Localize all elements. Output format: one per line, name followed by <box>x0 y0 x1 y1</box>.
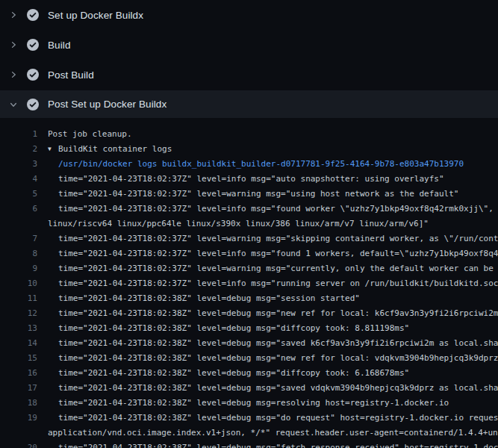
log-text: time="2021-04-23T18:02:38Z" level=debug … <box>37 321 409 336</box>
line-number[interactable]: 18 <box>0 396 37 411</box>
log-line: 14time="2021-04-23T18:02:38Z" level=debu… <box>0 336 498 351</box>
log-line: 3/usr/bin/docker logs buildx_buildkit_bu… <box>0 157 498 172</box>
log-line: 6time="2021-04-23T18:02:37Z" level=info … <box>0 202 498 217</box>
log-line: 16time="2021-04-23T18:02:38Z" level=debu… <box>0 366 498 381</box>
log-text: time="2021-04-23T18:02:37Z" level=warnin… <box>37 187 458 202</box>
log-line: 20time="2021-04-23T18:02:38Z" level=debu… <box>0 441 498 448</box>
log-text: time="2021-04-23T18:02:38Z" level=debug … <box>37 336 498 351</box>
log-text: time="2021-04-23T18:02:37Z" level=info m… <box>37 202 498 217</box>
line-number[interactable]: 3 <box>0 157 37 172</box>
log-line: 12time="2021-04-23T18:02:38Z" level=debu… <box>0 306 498 321</box>
line-number[interactable]: 13 <box>0 321 37 336</box>
line-number[interactable]: 7 <box>0 231 37 246</box>
step-label: Set up Docker Buildx <box>48 10 143 21</box>
log-line: 4time="2021-04-23T18:02:37Z" level=info … <box>0 172 498 187</box>
chevron-right-icon <box>7 9 19 21</box>
log-line: 11time="2021-04-23T18:02:38Z" level=debu… <box>0 291 498 306</box>
line-number[interactable]: 1 <box>0 127 37 142</box>
log-line: 1Post job cleanup. <box>0 127 498 142</box>
line-number[interactable]: 9 <box>0 261 37 276</box>
line-number[interactable]: 15 <box>0 351 37 366</box>
check-circle-icon <box>27 99 39 111</box>
check-circle-icon <box>27 9 39 21</box>
log-lines: 1Post job cleanup.2▼BuildKit container l… <box>0 127 498 448</box>
log-line-continuation: linux/riscv64 linux/ppc64le linux/s390x … <box>0 217 498 231</box>
log-line: 5time="2021-04-23T18:02:37Z" level=warni… <box>0 187 498 202</box>
line-number[interactable]: 17 <box>0 381 37 396</box>
log-text: application/vnd.oci.image.index.v1+json,… <box>37 426 498 441</box>
chevron-down-icon <box>7 99 19 111</box>
line-number[interactable]: 16 <box>0 366 37 381</box>
line-number[interactable]: 10 <box>0 276 37 291</box>
log-line: 18time="2021-04-23T18:02:38Z" level=debu… <box>0 396 498 411</box>
step-header-build[interactable]: Build <box>0 30 498 60</box>
steps-list: Set up Docker Buildx Build Post Build Po… <box>0 0 498 118</box>
check-circle-icon <box>27 39 39 51</box>
line-number[interactable]: 19 <box>0 411 37 426</box>
log-text: time="2021-04-23T18:02:37Z" level=warnin… <box>37 231 498 246</box>
log-line-continuation: application/vnd.oci.image.index.v1+json,… <box>0 426 498 441</box>
log-text: time="2021-04-23T18:02:37Z" level=info m… <box>37 246 498 261</box>
line-number[interactable]: 12 <box>0 306 37 321</box>
line-number[interactable]: 2 <box>0 142 37 157</box>
log-line: 8time="2021-04-23T18:02:37Z" level=info … <box>0 246 498 261</box>
log-text: time="2021-04-23T18:02:38Z" level=debug … <box>37 306 498 321</box>
step-header-post-set-up-docker-buildx[interactable]: Post Set up Docker Buildx <box>0 90 498 118</box>
log-text: linux/riscv64 linux/ppc64le linux/s390x … <box>37 217 429 231</box>
step-label: Post Build <box>48 69 94 81</box>
check-circle-icon <box>27 69 39 81</box>
line-number[interactable]: 20 <box>0 441 37 448</box>
log-line: 2▼BuildKit container logs <box>0 142 498 157</box>
step-header-post-build[interactable]: Post Build <box>0 60 498 90</box>
log-line: 15time="2021-04-23T18:02:38Z" level=debu… <box>0 351 498 366</box>
log-text: time="2021-04-23T18:02:37Z" level=info m… <box>37 276 498 291</box>
log-text: time="2021-04-23T18:02:38Z" level=debug … <box>37 411 498 426</box>
log-text: time="2021-04-23T18:02:38Z" level=debug … <box>37 366 409 381</box>
line-number[interactable]: 4 <box>0 172 37 187</box>
log-text: time="2021-04-23T18:02:38Z" level=debug … <box>37 441 498 448</box>
log-text: time="2021-04-23T18:02:38Z" level=debug … <box>37 291 360 306</box>
log-text: ▼BuildKit container logs <box>37 142 172 157</box>
log-text: Post job cleanup. <box>37 127 132 142</box>
group-toggle-icon[interactable]: ▼ <box>48 142 58 157</box>
log-line: 7time="2021-04-23T18:02:37Z" level=warni… <box>0 231 498 246</box>
step-header-set-up-docker-buildx[interactable]: Set up Docker Buildx <box>0 0 498 30</box>
log-text: time="2021-04-23T18:02:37Z" level=info m… <box>37 172 444 187</box>
line-number[interactable]: 8 <box>0 246 37 261</box>
line-number[interactable]: 14 <box>0 336 37 351</box>
log-line: 17time="2021-04-23T18:02:38Z" level=debu… <box>0 381 498 396</box>
step-label: Build <box>48 40 71 51</box>
log-line: 19time="2021-04-23T18:02:38Z" level=debu… <box>0 411 498 426</box>
log-line: 9time="2021-04-23T18:02:37Z" level=warni… <box>0 261 498 276</box>
log-area: 1Post job cleanup.2▼BuildKit container l… <box>0 118 498 448</box>
step-label: Post Set up Docker Buildx <box>48 99 166 110</box>
log-line: 10time="2021-04-23T18:02:37Z" level=info… <box>0 276 498 291</box>
chevron-right-icon <box>7 69 19 81</box>
log-command-text: /usr/bin/docker logs buildx_buildkit_bui… <box>37 157 464 172</box>
log-text: time="2021-04-23T18:02:38Z" level=debug … <box>37 396 449 411</box>
line-number <box>0 217 37 231</box>
log-text: time="2021-04-23T18:02:38Z" level=debug … <box>37 351 498 366</box>
line-number[interactable]: 6 <box>0 202 37 217</box>
log-line: 13time="2021-04-23T18:02:38Z" level=debu… <box>0 321 498 336</box>
line-number[interactable]: 5 <box>0 187 37 202</box>
chevron-right-icon <box>7 39 19 51</box>
log-text: time="2021-04-23T18:02:38Z" level=debug … <box>37 381 498 396</box>
line-number <box>0 426 37 441</box>
line-number[interactable]: 11 <box>0 291 37 306</box>
log-text: time="2021-04-23T18:02:37Z" level=warnin… <box>37 261 498 276</box>
